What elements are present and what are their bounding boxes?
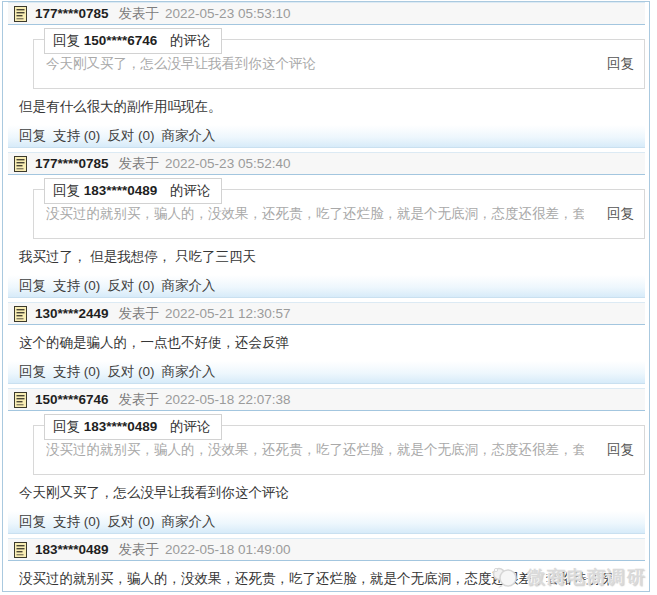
quoted-comment: 回复 150****6746 的评论 今天刚又买了，怎么没早让我看到你这个评论 … bbox=[33, 39, 645, 89]
comment-timestamp: 2022-05-18 22:07:38 bbox=[165, 392, 290, 407]
comment-action-bar: 回复 支持 (0) 反对 (0) 商家介入 bbox=[8, 511, 645, 534]
comment-text: 我买过了， 但是我想停， 只吃了三四天 bbox=[19, 248, 639, 266]
comment-header: 130****2449 发表于 2022-05-21 12:30:57 bbox=[8, 302, 645, 325]
support-link[interactable]: 支持 (0) bbox=[53, 277, 100, 295]
oppose-link[interactable]: 反对 (0) bbox=[107, 127, 154, 145]
merchant-intervention-link[interactable]: 商家介入 bbox=[162, 127, 216, 145]
quoted-text: 没买过的就别买，骗人的，没效果，还死贵，吃了还烂脸，就是个无底洞，态度还很差，套… bbox=[46, 205, 584, 223]
quote-suffix: 的评论 bbox=[170, 419, 211, 434]
comment-header: 150****6746 发表于 2022-05-18 22:07:38 bbox=[8, 388, 645, 411]
reply-link[interactable]: 回复 bbox=[19, 513, 46, 531]
quote-legend: 回复 183****0489 的评论 bbox=[44, 178, 222, 204]
quote-legend: 回复 183****0489 的评论 bbox=[44, 414, 222, 440]
merchant-intervention-link[interactable]: 商家介入 bbox=[162, 363, 216, 381]
quote-reply-prefix: 回复 bbox=[53, 183, 80, 198]
quote-reply-prefix: 回复 bbox=[53, 419, 80, 434]
comment-text: 这个的确是骗人的，一点也不好使，还会反弹 bbox=[19, 334, 639, 352]
comment-author: 183****0489 bbox=[35, 542, 109, 557]
comment-action-bar: 回复 支持 (0) 反对 (0) 商家介入 bbox=[8, 275, 645, 298]
quote-reply-prefix: 回复 bbox=[53, 33, 80, 48]
quote-suffix: 的评论 bbox=[170, 183, 211, 198]
quoted-text: 今天刚又买了，怎么没早让我看到你这个评论 bbox=[46, 55, 584, 73]
comment-author: 150****6746 bbox=[35, 392, 109, 407]
note-icon bbox=[14, 542, 27, 558]
comment-block: 177****0785 发表于 2022-05-23 05:52:40 回复 1… bbox=[3, 152, 649, 298]
quote-reply-link[interactable]: 回复 bbox=[607, 441, 634, 459]
comment-block: 130****2449 发表于 2022-05-21 12:30:57 这个的确… bbox=[3, 302, 649, 384]
reply-link[interactable]: 回复 bbox=[19, 277, 46, 295]
comment-header: 177****0785 发表于 2022-05-23 05:53:10 bbox=[8, 2, 645, 25]
oppose-link[interactable]: 反对 (0) bbox=[107, 363, 154, 381]
posted-label: 发表于 bbox=[119, 541, 160, 559]
merchant-intervention-link[interactable]: 商家介入 bbox=[162, 513, 216, 531]
reply-link[interactable]: 回复 bbox=[19, 363, 46, 381]
quote-reply-link[interactable]: 回复 bbox=[607, 55, 634, 73]
comment-text: 但是有什么很大的副作用吗现在。 bbox=[19, 98, 639, 116]
comment-block: 183****0489 发表于 2022-05-18 01:49:00 没买过的… bbox=[3, 538, 649, 592]
quoted-comment: 回复 183****0489 的评论 没买过的就别买，骗人的，没效果，还死贵，吃… bbox=[33, 425, 645, 475]
comment-timestamp: 2022-05-21 12:30:57 bbox=[165, 306, 290, 321]
comment-header: 177****0785 发表于 2022-05-23 05:52:40 bbox=[8, 152, 645, 175]
oppose-link[interactable]: 反对 (0) bbox=[107, 277, 154, 295]
comment-text: 没买过的就别买，骗人的，没效果，还死贵，吃了还烂脸，就是个无底洞，态度还很差，套… bbox=[19, 570, 639, 588]
comment-action-bar: 回复 支持 (0) 反对 (0) 商家介入 bbox=[8, 125, 645, 148]
comment-timestamp: 2022-05-23 05:52:40 bbox=[165, 156, 290, 171]
comment-block: 150****6746 发表于 2022-05-18 22:07:38 回复 1… bbox=[3, 388, 649, 534]
support-link[interactable]: 支持 (0) bbox=[53, 513, 100, 531]
comment-action-bar: 回复 支持 (0) 反对 (0) 商家介入 bbox=[8, 361, 645, 384]
quote-suffix: 的评论 bbox=[170, 33, 211, 48]
reply-link[interactable]: 回复 bbox=[19, 127, 46, 145]
quoted-author: 183****0489 bbox=[84, 183, 158, 198]
posted-label: 发表于 bbox=[119, 391, 160, 409]
comment-author: 177****0785 bbox=[35, 6, 109, 21]
comment-header: 183****0489 发表于 2022-05-18 01:49:00 bbox=[8, 538, 645, 561]
merchant-intervention-link[interactable]: 商家介入 bbox=[162, 277, 216, 295]
note-icon bbox=[14, 156, 27, 172]
quoted-author: 183****0489 bbox=[84, 419, 158, 434]
quote-legend: 回复 150****6746 的评论 bbox=[44, 28, 222, 54]
quote-reply-link[interactable]: 回复 bbox=[607, 205, 634, 223]
comment-text: 今天刚又买了，怎么没早让我看到你这个评论 bbox=[19, 484, 639, 502]
note-icon bbox=[14, 306, 27, 322]
comment-author: 130****2449 bbox=[35, 306, 109, 321]
comment-timestamp: 2022-05-18 01:49:00 bbox=[165, 542, 290, 557]
quoted-comment: 回复 183****0489 的评论 没买过的就别买，骗人的，没效果，还死贵，吃… bbox=[33, 189, 645, 239]
comment-thread: 177****0785 发表于 2022-05-23 05:53:10 回复 1… bbox=[2, 1, 650, 592]
oppose-link[interactable]: 反对 (0) bbox=[107, 513, 154, 531]
comment-timestamp: 2022-05-23 05:53:10 bbox=[165, 6, 290, 21]
posted-label: 发表于 bbox=[119, 155, 160, 173]
note-icon bbox=[14, 392, 27, 408]
quoted-text: 没买过的就别买，骗人的，没效果，还死贵，吃了还烂脸，就是个无底洞，态度还很差，套… bbox=[46, 441, 584, 459]
posted-label: 发表于 bbox=[119, 305, 160, 323]
support-link[interactable]: 支持 (0) bbox=[53, 127, 100, 145]
support-link[interactable]: 支持 (0) bbox=[53, 363, 100, 381]
quoted-author: 150****6746 bbox=[84, 33, 158, 48]
comment-author: 177****0785 bbox=[35, 156, 109, 171]
posted-label: 发表于 bbox=[119, 5, 160, 23]
note-icon bbox=[14, 6, 27, 22]
comment-block: 177****0785 发表于 2022-05-23 05:53:10 回复 1… bbox=[3, 2, 649, 148]
